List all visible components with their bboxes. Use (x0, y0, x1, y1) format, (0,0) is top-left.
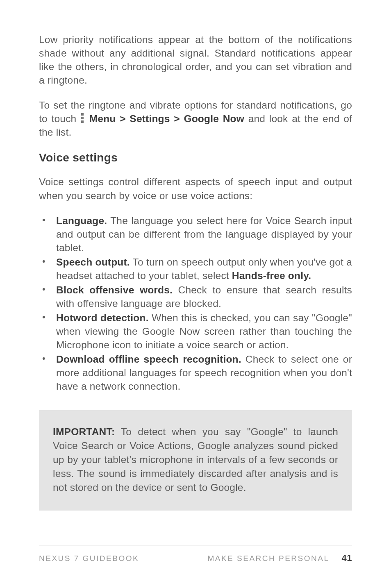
important-callout: IMPORTANT: To detect when you say "Googl… (39, 410, 352, 511)
voice-settings-list: Language. The language you select here f… (39, 214, 352, 393)
list-item: Download offline speech recognition. Che… (39, 352, 352, 393)
term-hotword: Hotword detection. (56, 312, 149, 323)
list-item: Hotword detection. When this is checked,… (39, 311, 352, 352)
footer-section-title: MAKE SEARCH PERSONAL (207, 554, 329, 563)
footer-book-title: NEXUS 7 GUIDEBOOK (39, 554, 207, 563)
term-language: Language. (56, 215, 107, 226)
paragraph-voice-intro: Voice settings control different aspects… (39, 175, 352, 202)
term-hands-free: Hands-free only. (232, 270, 311, 281)
term-speech-output: Speech output. (56, 257, 130, 268)
list-item: Speech output. To turn on speech output … (39, 255, 352, 282)
paragraph-low-priority: Low priority notifications appear at the… (39, 33, 352, 87)
page-footer: NEXUS 7 GUIDEBOOK MAKE SEARCH PERSONAL 4… (39, 545, 352, 563)
page-content: Low priority notifications appear at the… (39, 33, 352, 529)
menu-icon (81, 113, 84, 123)
heading-voice-settings: Voice settings (39, 151, 352, 164)
menu-path-label: Menu > Settings > Google Now (89, 113, 244, 124)
term-block-offensive: Block offensive words. (56, 284, 173, 295)
paragraph-ringtone: To set the ringtone and vibrate options … (39, 98, 352, 139)
callout-label: IMPORTANT: (53, 426, 115, 437)
list-item: Language. The language you select here f… (39, 214, 352, 254)
term-download-offline: Download offline speech recognition. (56, 354, 241, 365)
list-item: Block offensive words. Check to ensure t… (39, 283, 352, 310)
footer-page-number: 41 (342, 553, 352, 563)
